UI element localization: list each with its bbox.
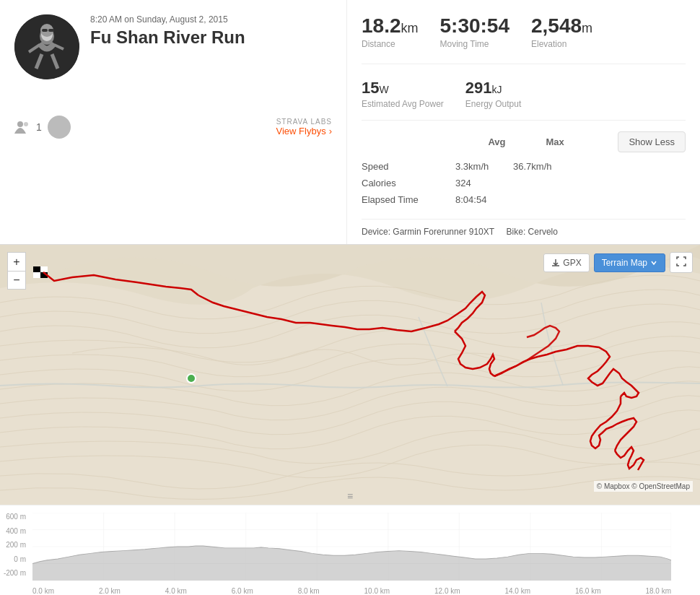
elevation-chart	[32, 513, 671, 581]
gpx-download-button[interactable]: GPX	[543, 253, 589, 272]
elevation-label: Elevation	[531, 39, 592, 49]
x-label-18: 18.0 km	[645, 587, 671, 595]
chevron-down-icon	[650, 259, 657, 266]
x-label-8: 8.0 km	[298, 587, 320, 595]
map-drag-handle[interactable]: ≡	[347, 490, 353, 502]
left-panel: 8:20 AM on Sunday, August 2, 2015 Fu Sha…	[0, 0, 346, 244]
distance-stat: 18.2km Distance	[362, 14, 419, 49]
svg-point-7	[24, 122, 28, 126]
mid-stats-row: 15W Estimated Avg Power 291kJ Energy Out…	[362, 79, 686, 121]
elevation-y-labels: 600 m 400 m 200 m 0 m -200 m	[0, 509, 29, 581]
y-label-400: 400 m	[0, 527, 29, 535]
distance-label: Distance	[362, 39, 419, 49]
map-section: + − GPX Terrain Map © Mapbox © OpenStree…	[0, 245, 700, 505]
x-label-4: 4.0 km	[165, 587, 187, 595]
map-attribution: © Mapbox © OpenStreetMap	[594, 481, 693, 492]
energy-output-label: Energy Output	[465, 99, 521, 109]
map-controls: + −	[7, 252, 26, 290]
route-overlay	[0, 245, 700, 505]
avg-power-stat: 15W Estimated Avg Power	[362, 79, 444, 109]
svg-rect-5	[48, 29, 54, 32]
athlete-row: 8:20 AM on Sunday, August 2, 2015 Fu Sha…	[14, 14, 332, 79]
elapsed-time-row: Elapsed Time 8:04:54	[362, 191, 686, 208]
strava-labs: STRAVA LABS View Flybys ›	[276, 118, 332, 136]
kudos-row: 1	[14, 116, 71, 139]
stats-table-header: Avg Max Show Less	[362, 131, 686, 152]
kudos-icon	[14, 121, 30, 134]
avg-power-label: Estimated Avg Power	[362, 99, 444, 109]
fullscreen-icon	[676, 256, 686, 266]
y-label-600: 600 m	[0, 513, 29, 521]
y-label-0: 0 m	[0, 555, 29, 563]
zoom-out-button[interactable]: −	[7, 271, 26, 290]
svg-rect-10	[40, 266, 48, 272]
energy-output-stat: 291kJ Energy Output	[465, 79, 521, 109]
moving-time-value: 5:30:54	[440, 14, 510, 38]
show-less-button[interactable]: Show Less	[618, 131, 686, 152]
elevation-x-labels: 0.0 km 2.0 km 4.0 km 6.0 km 8.0 km 10.0 …	[32, 587, 671, 595]
activity-title: Fu Shan River Run	[90, 27, 332, 48]
fullscreen-button[interactable]	[670, 252, 693, 273]
kudos-avatar[interactable]	[48, 116, 71, 139]
calories-row: Calories 324	[362, 175, 686, 191]
max-col-header: Max	[546, 136, 603, 147]
header-section: 8:20 AM on Sunday, August 2, 2015 Fu Sha…	[0, 0, 700, 245]
elevation-stat: 2,548m Elevation	[531, 14, 592, 49]
stats-table: Avg Max Show Less Speed 3.3km/h 36.7km/h…	[362, 131, 686, 208]
x-label-10: 10.0 km	[364, 587, 390, 595]
speed-row: Speed 3.3km/h 36.7km/h	[362, 158, 686, 175]
distance-value: 18.2km	[362, 14, 419, 38]
x-label-2: 2.0 km	[99, 587, 121, 595]
right-panel: 18.2km Distance 5:30:54 Moving Time 2,54…	[346, 0, 700, 244]
svg-rect-9	[33, 266, 40, 272]
top-stats-row: 18.2km Distance 5:30:54 Moving Time 2,54…	[362, 14, 686, 64]
x-label-16: 16.0 km	[575, 587, 601, 595]
map-toolbar: GPX Terrain Map	[543, 252, 693, 273]
view-flybys-link[interactable]: View Flybys ›	[276, 126, 332, 136]
svg-point-6	[17, 121, 23, 127]
terrain-map-button[interactable]: Terrain Map	[594, 253, 665, 272]
energy-output-value: 291kJ	[465, 79, 521, 97]
x-label-0: 0.0 km	[32, 587, 54, 595]
avatar[interactable]	[14, 14, 79, 79]
social-row: 1 STRAVA LABS View Flybys ›	[14, 108, 332, 139]
x-label-12: 12.0 km	[434, 587, 460, 595]
svg-rect-11	[33, 272, 40, 278]
svg-rect-4	[42, 29, 48, 32]
x-label-14: 14.0 km	[504, 587, 530, 595]
activity-date: 8:20 AM on Sunday, August 2, 2015	[90, 14, 332, 25]
moving-time-stat: 5:30:54 Moving Time	[440, 14, 510, 49]
y-label-minus200: -200 m	[0, 569, 29, 577]
kudos-count: 1	[36, 121, 42, 133]
download-icon	[551, 259, 560, 267]
elevation-value: 2,548m	[531, 14, 592, 38]
device-info: Device: Garmin Forerunner 910XT Bike: Ce…	[362, 219, 686, 237]
zoom-in-button[interactable]: +	[7, 252, 26, 271]
avg-col-header: Avg	[488, 136, 546, 147]
elevation-section: 600 m 400 m 200 m 0 m -200 m 0.0 km 2.0 …	[0, 505, 700, 595]
svg-point-13	[187, 374, 196, 383]
y-label-200: 200 m	[0, 541, 29, 549]
avg-power-value: 15W	[362, 79, 444, 97]
x-label-6: 6.0 km	[232, 587, 253, 595]
moving-time-label: Moving Time	[440, 39, 510, 49]
strava-labs-label: STRAVA LABS	[276, 118, 332, 126]
activity-info: 8:20 AM on Sunday, August 2, 2015 Fu Sha…	[90, 14, 332, 53]
